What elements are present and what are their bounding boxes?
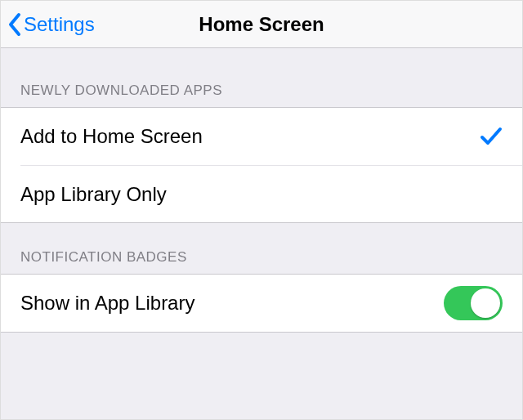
row-label: Show in App Library <box>20 292 194 315</box>
row-show-in-app-library[interactable]: Show in App Library <box>1 275 522 332</box>
content: NEWLY DOWNLOADED APPS Add to Home Screen… <box>1 48 522 352</box>
group-newly-downloaded: Add to Home Screen App Library Only <box>1 107 522 223</box>
chevron-left-icon <box>7 12 22 37</box>
back-button[interactable]: Settings <box>7 12 95 37</box>
navbar: Settings Home Screen <box>1 1 522 48</box>
section-header-notification-badges: NOTIFICATION BADGES <box>1 223 522 274</box>
option-label: Add to Home Screen <box>20 125 203 148</box>
option-add-to-home-screen[interactable]: Add to Home Screen <box>1 108 522 165</box>
spacer <box>1 333 522 352</box>
toggle-show-in-app-library[interactable] <box>444 286 503 320</box>
toggle-knob <box>471 288 500 318</box>
group-notification-badges: Show in App Library <box>1 274 522 333</box>
option-label: App Library Only <box>20 183 167 206</box>
section-header-newly-downloaded: NEWLY DOWNLOADED APPS <box>1 48 522 107</box>
back-label: Settings <box>24 13 95 36</box>
checkmark-icon <box>480 126 503 147</box>
option-app-library-only[interactable]: App Library Only <box>20 165 522 222</box>
